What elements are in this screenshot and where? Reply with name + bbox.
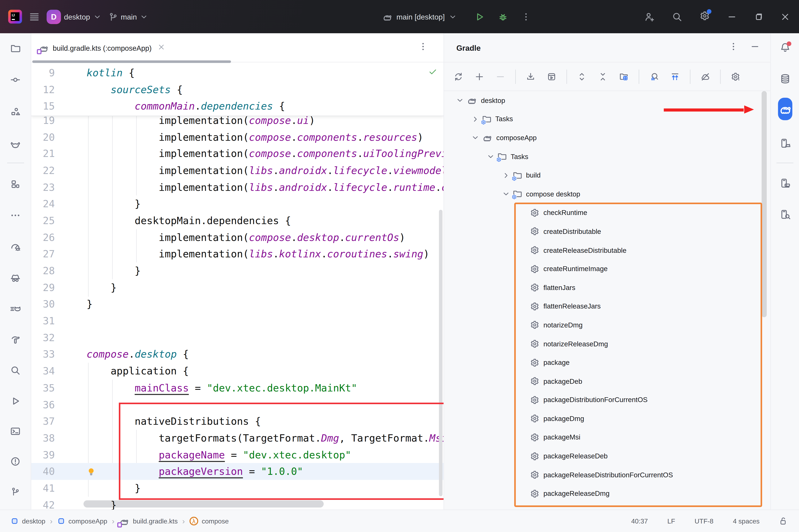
tree-item-packageReleaseDeb[interactable]: packageReleaseDeb: [444, 447, 770, 466]
tool-stripe-incognito[interactable]: [5, 268, 25, 288]
tree-item-checkRuntime[interactable]: checkRuntime: [444, 203, 770, 222]
panel-hide-button[interactable]: [750, 42, 760, 53]
tree-item-flattenJars[interactable]: flattenJars: [444, 278, 770, 297]
offline-mode-button[interactable]: [698, 69, 712, 83]
add-user-button[interactable]: [644, 12, 655, 22]
code-line[interactable]: 12 sourceSets {: [31, 81, 443, 98]
tool-stripe-build-hammer[interactable]: [5, 329, 25, 350]
tree-item-desktop[interactable]: desktop: [444, 91, 770, 110]
run-configuration[interactable]: main [desktop]: [397, 13, 445, 21]
download-button[interactable]: [523, 69, 538, 83]
code-line[interactable]: 32: [31, 329, 443, 346]
breadcrumb-desktop[interactable]: desktop: [11, 517, 46, 525]
tool-stripe-run[interactable]: [5, 391, 25, 411]
editor-vertical-scrollbar[interactable]: [439, 210, 442, 496]
code-line[interactable]: 41 }: [31, 480, 443, 497]
tool-stripe-commit[interactable]: [5, 70, 25, 90]
tree-item-composeApp[interactable]: composeApp: [444, 129, 770, 147]
code-line[interactable]: 34 application {: [31, 363, 443, 380]
panel-options-kebab[interactable]: [729, 42, 738, 53]
chevron-down-icon[interactable]: [502, 190, 510, 198]
tree-item-flattenReleaseJars[interactable]: flattenReleaseJars: [444, 297, 770, 316]
code-line[interactable]: 37 nativeDistributions {: [31, 413, 443, 430]
settings-menu-button[interactable]: [728, 69, 743, 83]
settings-button[interactable]: [700, 11, 710, 23]
code-line[interactable]: 39 packageName = "dev.xtec.desktop": [31, 446, 443, 463]
tool-stripe-running-devices[interactable]: [775, 173, 795, 193]
tree-item-notarizeDmg[interactable]: notarizeDmg: [444, 316, 770, 335]
tree-item-package[interactable]: package: [444, 353, 770, 372]
code-line[interactable]: 30}: [31, 296, 443, 313]
tree-item-packageDmg[interactable]: packageDmg: [444, 409, 770, 428]
tree-item-notarizeReleaseDmg[interactable]: notarizeReleaseDmg: [444, 335, 770, 353]
add-button[interactable]: [472, 69, 487, 83]
code-line[interactable]: 21 implementation(compose.components.uiT…: [31, 146, 443, 162]
tool-stripe-problems[interactable]: [5, 451, 25, 472]
remove-button[interactable]: [493, 69, 508, 83]
tree-item-createDistributable[interactable]: createDistributable: [444, 222, 770, 241]
tool-stripe-notifications[interactable]: [775, 37, 795, 58]
run-task-button[interactable]: [544, 69, 559, 83]
code-line[interactable]: 22 implementation(libs.androidx.lifecycl…: [31, 162, 443, 179]
tree-item-createReleaseDistributable[interactable]: createReleaseDistributable: [444, 241, 770, 260]
breadcrumb-build.gradle.kts[interactable]: build.gradle.kts: [119, 516, 178, 526]
tree-item-packageDistributionForCurrentOS[interactable]: packageDistributionForCurrentOS: [444, 391, 770, 409]
project-widget[interactable]: D desktop: [47, 10, 101, 24]
chevron-down-icon[interactable]: [471, 134, 480, 142]
intention-bulb-icon[interactable]: [87, 467, 96, 478]
group-tasks-button[interactable]: [617, 69, 631, 83]
indent-setting[interactable]: 4 spaces: [733, 517, 760, 525]
debug-button[interactable]: [498, 12, 508, 22]
chevron-down-icon[interactable]: [486, 153, 495, 161]
code-line[interactable]: 23 implementation(libs.androidx.lifecycl…: [31, 179, 443, 196]
editor-tab[interactable]: build.gradle.kts (:composeApp): [38, 33, 165, 62]
tool-stripe-find[interactable]: [5, 360, 25, 380]
chevron-right-icon[interactable]: [502, 171, 510, 179]
tab-list-kebab[interactable]: [419, 42, 428, 53]
code-line[interactable]: 42 }: [31, 497, 443, 510]
tool-stripe-terminal[interactable]: [5, 421, 25, 441]
breadcrumb-compose[interactable]: λcompose: [189, 517, 229, 526]
chevron-down-icon[interactable]: [449, 13, 457, 21]
code-line[interactable]: 36: [31, 396, 443, 413]
tool-stripe-database[interactable]: [775, 69, 795, 89]
tree-item-packageReleaseDistributionForCurrentOS[interactable]: packageReleaseDistributionForCurrentOS: [444, 466, 770, 484]
expand-all-button[interactable]: [575, 69, 589, 83]
vcs-branch-widget[interactable]: main: [108, 12, 148, 21]
search-everywhere-button[interactable]: [672, 12, 682, 22]
code-line[interactable]: 29 }: [31, 279, 443, 296]
inspections-ok-icon[interactable]: [428, 67, 437, 78]
code-line[interactable]: 27 implementation(libs.kotlinx.coroutine…: [31, 246, 443, 262]
code-line[interactable]: 9kotlin {: [31, 64, 443, 81]
more-actions-kebab[interactable]: [522, 12, 531, 21]
collapse-all-button[interactable]: [596, 69, 610, 83]
tool-stripe-device-explorer[interactable]: [775, 204, 795, 225]
chevron-right-icon[interactable]: [471, 115, 480, 123]
dependency-updates-button[interactable]: [668, 69, 682, 83]
file-encoding[interactable]: UTF-8: [694, 517, 713, 525]
tree-scrollbar[interactable]: [762, 91, 767, 317]
tree-item-packageMsi[interactable]: packageMsi: [444, 428, 770, 447]
sync-button[interactable]: [451, 69, 466, 83]
tool-stripe-widgets[interactable]: [5, 174, 25, 194]
close-button[interactable]: [780, 12, 789, 21]
maximize-button[interactable]: [754, 12, 763, 21]
code-line[interactable]: 35 mainClass = "dev.xtec.desktop.MainKt": [31, 380, 443, 396]
tool-stripe-cat-dash[interactable]: [5, 299, 25, 319]
tree-item-compose-desktop[interactable]: compose desktop: [444, 185, 770, 203]
editor-horizontal-scrollbar[interactable]: [32, 60, 231, 63]
tool-stripe-cat[interactable]: [5, 134, 25, 154]
code-line[interactable]: 28 }: [31, 263, 443, 279]
tree-item-packageDeb[interactable]: packageDeb: [444, 372, 770, 391]
code-line[interactable]: 25 desktopMain.dependencies {: [31, 212, 443, 229]
tool-stripe-git-branch[interactable]: [5, 481, 25, 502]
tool-stripe-project-folder[interactable]: [5, 38, 25, 59]
code-line[interactable]: 38 targetFormats(TargetFormat.Dmg, Targe…: [31, 430, 443, 446]
tab-close-icon[interactable]: [158, 43, 165, 52]
tool-stripe-more[interactable]: [5, 205, 25, 226]
code-line[interactable]: 24 }: [31, 196, 443, 212]
tree-item-build[interactable]: build: [444, 166, 770, 185]
unlock-icon[interactable]: [779, 517, 788, 526]
line-separator[interactable]: LF: [667, 517, 675, 525]
code-line[interactable]: 20 implementation(compose.components.res…: [31, 129, 443, 145]
